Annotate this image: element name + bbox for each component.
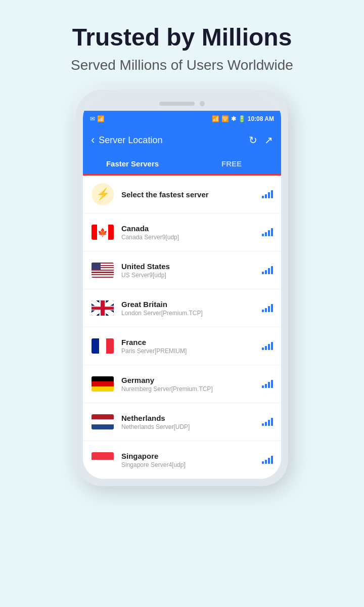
nav-title: Server Location <box>99 135 162 146</box>
phone-inner: ✉ 📶 📶 🛜 ✱ 🔋 10:08 AM ‹ Server Location <box>83 97 281 479</box>
server-list: ⚡ Select the fastest server <box>83 176 281 479</box>
list-item[interactable]: United States US Server9[udp] <box>83 251 281 289</box>
phone-outer: ✉ 📶 📶 🛜 ✱ 🔋 10:08 AM ‹ Server Location <box>76 90 288 486</box>
signal-bars <box>262 304 273 312</box>
server-name: Great Britain <box>121 300 262 309</box>
bluetooth-icon: ✱ <box>231 115 236 122</box>
flag-ca-icon: 🍁 <box>91 221 114 244</box>
flag-nl-icon <box>91 410 114 433</box>
speaker <box>159 102 195 106</box>
list-item[interactable]: 🍁 Canada Canada Server9[udp] <box>83 213 281 251</box>
status-bar: ✉ 📶 📶 🛜 ✱ 🔋 10:08 AM <box>83 111 281 127</box>
signal-bars <box>262 380 273 388</box>
mail-icon: ✉ <box>90 115 95 122</box>
server-info: Select the fastest server <box>121 190 262 199</box>
signal-bars <box>262 456 273 464</box>
tab-faster-servers[interactable]: Faster Servers <box>83 153 182 176</box>
server-info: Singapore Singapore Server4[udp] <box>121 452 262 468</box>
refresh-button[interactable]: ↻ <box>249 134 257 146</box>
back-button[interactable]: ‹ <box>91 134 95 147</box>
list-item[interactable]: ⚡ Select the fastest server <box>83 176 281 213</box>
server-info: Canada Canada Server9[udp] <box>121 224 262 241</box>
phone-notch <box>83 97 281 111</box>
server-name: France <box>121 338 262 346</box>
server-info: United States US Server9[udp] <box>121 262 262 279</box>
sim-icon: 📶 <box>97 115 105 122</box>
share-button[interactable]: ↗ <box>264 134 273 146</box>
server-info: Germany Nuremberg Server[Premium.TCP] <box>121 376 262 393</box>
signal-bars <box>262 228 273 236</box>
server-detail: Paris Server[PREMIUM] <box>121 348 262 355</box>
flag-uk-icon <box>91 296 114 320</box>
list-item[interactable]: France Paris Server[PREMIUM] <box>83 327 281 365</box>
signal-bars <box>262 418 273 426</box>
status-icons-left: ✉ 📶 <box>90 115 105 122</box>
signal-icon: 📶 <box>212 115 219 122</box>
server-info: Netherlands Netherlands Server[UDP] <box>121 414 262 430</box>
server-name: Select the fastest server <box>121 190 262 199</box>
header-section: Trusted by Millions Served Millions of U… <box>0 0 364 90</box>
clock: 10:08 AM <box>248 115 274 122</box>
flag-us-icon <box>91 258 114 282</box>
wifi-icon: 🛜 <box>221 115 229 122</box>
list-item[interactable]: Netherlands Netherlands Server[UDP] <box>83 403 281 441</box>
server-name: United States <box>121 262 262 271</box>
camera <box>200 101 205 106</box>
list-item[interactable]: Germany Nuremberg Server[Premium.TCP] <box>83 365 281 403</box>
signal-bars <box>262 266 273 274</box>
server-name: Germany <box>121 376 262 384</box>
flag-sg-icon <box>91 448 114 471</box>
server-detail: Canada Server9[udp] <box>121 234 262 241</box>
server-info: France Paris Server[PREMIUM] <box>121 338 262 355</box>
server-name: Canada <box>121 224 262 233</box>
list-item[interactable]: Singapore Singapore Server4[udp] <box>83 441 281 479</box>
server-detail: Netherlands Server[UDP] <box>121 423 262 430</box>
server-info: Great Britain London Server[Premium.TCP] <box>121 300 262 317</box>
main-title: Trusted by Millions <box>20 24 344 51</box>
signal-bars <box>262 342 273 350</box>
lightning-icon: ⚡ <box>91 183 114 206</box>
flag-fr-icon <box>91 334 114 358</box>
server-name: Singapore <box>121 452 262 460</box>
status-right: 📶 🛜 ✱ 🔋 10:08 AM <box>212 115 274 122</box>
sub-title: Served Millions of Users Worldwide <box>20 56 344 74</box>
server-detail: Nuremberg Server[Premium.TCP] <box>121 385 262 393</box>
tabs-bar: Faster Servers FREE <box>83 153 281 176</box>
battery-icon: 🔋 <box>238 115 246 122</box>
server-detail: US Server9[udp] <box>121 272 262 279</box>
tab-free[interactable]: FREE <box>182 153 281 174</box>
list-item[interactable]: Great Britain London Server[Premium.TCP] <box>83 289 281 327</box>
nav-left: ‹ Server Location <box>91 134 162 147</box>
nav-bar: ‹ Server Location ↻ ↗ <box>83 127 281 153</box>
signal-bars <box>262 190 273 198</box>
nav-right: ↻ ↗ <box>249 134 273 146</box>
server-detail: London Server[Premium.TCP] <box>121 310 262 317</box>
server-detail: Singapore Server4[udp] <box>121 461 262 468</box>
server-name: Netherlands <box>121 414 262 422</box>
phone-mockup: ✉ 📶 📶 🛜 ✱ 🔋 10:08 AM ‹ Server Location <box>76 90 288 486</box>
flag-de-icon <box>91 372 114 396</box>
